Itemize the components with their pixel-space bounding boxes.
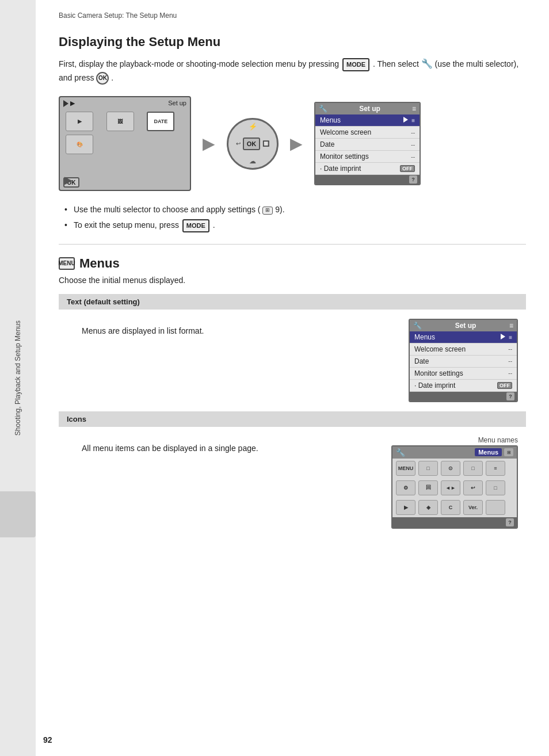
icon-cell-lines: ≡ <box>486 461 505 476</box>
icon-cell-ver: Ver. <box>463 500 483 515</box>
intro-text-2: . Then select <box>373 59 421 68</box>
menu-row-label-date-1: Date <box>320 140 334 148</box>
menu-row-badge-date-1: -- <box>411 142 415 148</box>
menu-row-label-menus-1: Menus <box>320 116 341 124</box>
setup-label: Set up <box>168 100 186 107</box>
spanner-icon-2: 🔧 <box>413 322 422 330</box>
grid-cell-1: ▶ <box>66 112 93 131</box>
section1-title: Displaying the Setup Menu <box>59 35 526 49</box>
menu-row-dateimprint-1: · Date imprint OFF <box>315 163 420 175</box>
page-number: 92 <box>43 735 52 744</box>
grid-cell-empty2 <box>147 135 174 154</box>
help-badge-1: ? <box>409 175 417 184</box>
menu-row-badge-menus-1: ≡ <box>402 116 415 124</box>
text-default-band: Text (default setting) <box>59 294 526 310</box>
setup-menu-footer-2: ? <box>410 392 517 401</box>
bullet-1: Use the multi selector to choose and app… <box>64 204 526 216</box>
icon-cell-rect: □ <box>463 461 483 476</box>
icon-cell-diamond: ◈ <box>418 500 438 515</box>
grid-badge: ⊞ <box>504 448 513 456</box>
menu-row-welcome-2: Welcome screen -- <box>410 343 517 356</box>
text-default-text: Menus are displayed in list format. <box>82 319 391 337</box>
menu-row-menus-1: Menus ≡ <box>315 114 420 127</box>
icon-cell-film: 回 <box>418 480 438 495</box>
menu-row-label-dateimprint-1: · Date imprint <box>320 165 361 173</box>
icon-cell-frame: □ <box>486 480 505 495</box>
icon-cell-play: ▶ <box>396 500 415 515</box>
menu-row-welcome-1: Welcome screen -- <box>315 127 420 139</box>
icon-cell-sound: ◄► <box>441 480 460 495</box>
icons-menu-panel: 🔧 Menus ⊞ MENU □ ⊙ □ ≡ ⚙ <box>391 445 518 529</box>
right-icon: 🔲 <box>262 140 269 147</box>
wrench-icon-inline: 🔧 <box>421 59 433 68</box>
circle-inner: ↩ OK 🔲 <box>236 138 269 150</box>
menu-name-highlight: Menus <box>475 448 502 456</box>
grid-cell-4: 🎨 <box>66 135 93 154</box>
setup-menu-header-2: 🔧 Set up ≡ <box>410 320 517 331</box>
divider-1 <box>59 244 526 245</box>
icons-menu-header-left: 🔧 <box>396 448 405 457</box>
sidebar-label: Shooting, Playback and Setup Menus <box>14 320 22 436</box>
off-badge-1: OFF <box>400 165 415 172</box>
icon-cell-c: C <box>441 500 460 515</box>
setup-menu-footer-1: ? <box>315 175 420 184</box>
grid-cell-date: DATE <box>147 112 174 131</box>
setup-menu-panel-1: 🔧 Set up ≡ Menus ≡ Welcome screen -- Dat… <box>314 102 421 185</box>
menu-row-date-2: Date -- <box>410 356 517 368</box>
icon-cell-rotate: ↩ <box>463 480 483 495</box>
camera-screen-header: ▶ Set up <box>60 97 190 109</box>
intro-paragraph: First, display the playback-mode or shoo… <box>59 56 526 85</box>
menu-row-label-monitor-2: Monitor settings <box>414 369 463 377</box>
arrow-1: ▶ <box>203 134 215 153</box>
menu-row-label-dateimprint-2: · Date imprint <box>414 381 455 390</box>
menu-icon-box: MENU <box>59 257 75 270</box>
icon-cell-blank <box>486 500 505 515</box>
help-badge-2: ? <box>506 392 514 400</box>
diagram-area: ▶ Set up ▶ 🖼 DATE 🎨 OK ▶ ▶ ⚡ <box>59 96 526 191</box>
arrow-2: ▶ <box>290 134 303 153</box>
icons-menu-footer: ? <box>392 517 517 528</box>
menu-row-monitor-1: Monitor settings -- <box>315 151 420 163</box>
circular-control-wrapper: ⚡ ↩ OK 🔲 ☁ <box>227 118 279 170</box>
section2-heading: MENU Menus <box>59 256 526 271</box>
sidebar: Shooting, Playback and Setup Menus <box>0 0 36 756</box>
top-arrow-icon: ⚡ <box>249 123 257 131</box>
play-icon <box>63 100 68 107</box>
setup-title-1: Set up <box>359 105 380 113</box>
menu-row-label-welcome-2: Welcome screen <box>414 345 466 353</box>
mode-btn-bullet: MODE <box>182 219 209 232</box>
mode-button-inline: MODE <box>342 58 369 72</box>
icons-text: All menu items can be displayed in a sin… <box>82 436 374 455</box>
multi-icon: ⊞ <box>262 207 273 215</box>
bullet-2: To exit the setup menu, press MODE . <box>64 219 526 232</box>
ok-circle-inline: OK <box>96 72 109 85</box>
play-bottom-icon: ▶ <box>64 174 73 186</box>
icons-menu-header: 🔧 Menus ⊞ <box>392 446 517 459</box>
sidebar-tab <box>0 491 36 537</box>
page-header: Basic Camera Setup: The Setup Menu <box>59 12 526 24</box>
main-content: Basic Camera Setup: The Setup Menu Displ… <box>36 0 549 561</box>
icons-content: All menu items can be displayed in a sin… <box>59 427 526 538</box>
setup-title-2: Set up <box>455 322 476 330</box>
left-icon: ↩ <box>236 140 241 147</box>
section2-desc: Choose the initial menus displayed. <box>59 276 526 285</box>
intro-text-1: First, display the playback-mode or shoo… <box>59 59 339 68</box>
icons-band: Icons <box>59 411 526 427</box>
menu-row-badge-welcome-1: -- <box>411 129 415 136</box>
ok-center-btn: OK <box>243 138 260 150</box>
camera-screen-diagram: ▶ Set up ▶ 🖼 DATE 🎨 OK ▶ <box>59 96 191 191</box>
icons-grid-row-1: MENU □ ⊙ □ ≡ <box>392 459 517 478</box>
circular-control: ⚡ ↩ OK 🔲 ☁ <box>227 118 279 170</box>
grid-cell-2: 🖼 <box>106 112 134 131</box>
text-default-content: Menus are displayed in list format. 🔧 Se… <box>59 310 526 411</box>
icon-cell-circle: ⊙ <box>441 461 460 476</box>
icons-grid-row-2: ⚙ 回 ◄► ↩ □ <box>392 478 517 498</box>
menu-row-menus-2: Menus ≡ <box>410 331 517 343</box>
spanner-icon-1: 🔧 <box>319 105 327 113</box>
icon-cell-menu: MENU <box>396 461 415 476</box>
menu-row-label-date-2: Date <box>414 357 429 365</box>
menu-row-label-monitor-1: Monitor settings <box>320 152 369 161</box>
menu-names-label: Menu names <box>478 436 518 444</box>
icon-cell-gear: ⚙ <box>396 480 415 495</box>
icons-menu-wrapper: Menu names 🔧 Menus ⊞ MENU □ ⊙ □ <box>391 436 518 529</box>
